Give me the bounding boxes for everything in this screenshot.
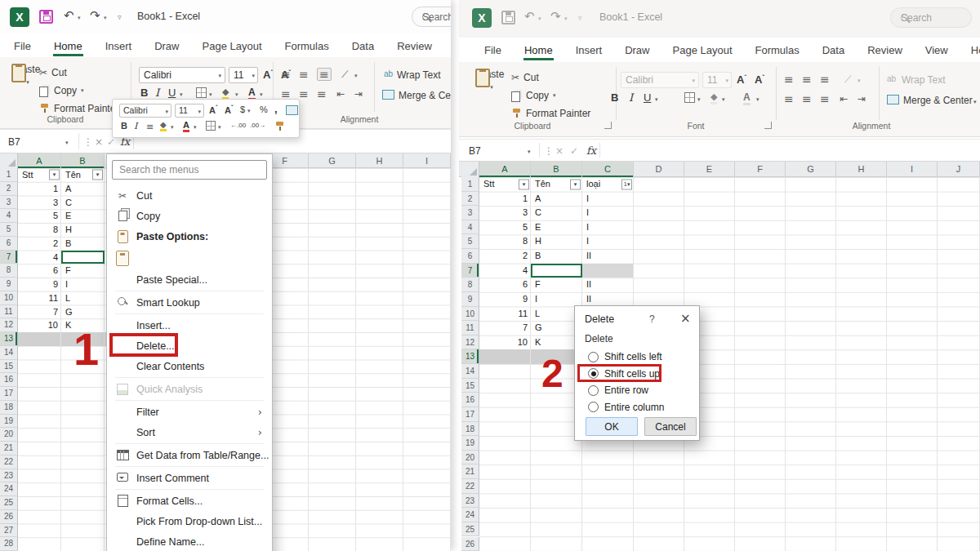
row-header-20[interactable]: 20: [461, 451, 479, 465]
format-painter-button[interactable]: Format Painter: [39, 103, 118, 114]
row-header-3[interactable]: 3: [0, 196, 18, 210]
tab-page-layout[interactable]: Page Layout: [202, 36, 263, 56]
cell-ten[interactable]: A: [531, 192, 582, 207]
row-header-13[interactable]: 13: [0, 332, 18, 346]
row-header-21[interactable]: 21: [461, 464, 479, 479]
menu-item-paste-option[interactable]: [107, 247, 272, 269]
cell-stt[interactable]: 1: [479, 192, 531, 207]
dialog-option-entire-column[interactable]: Entire column: [588, 399, 694, 416]
menu-item-sort[interactable]: Sort›: [107, 422, 272, 442]
copy-button[interactable]: Copy▾: [39, 85, 84, 96]
tab-file[interactable]: File: [483, 40, 502, 60]
accounting-format-icon[interactable]: $: [240, 104, 245, 114]
cell-loai[interactable]: I: [582, 234, 634, 249]
mini-font-name-select[interactable]: Calibri ▾: [119, 104, 172, 118]
paste-dropdown-icon[interactable]: ▾: [490, 84, 493, 91]
column-header-G[interactable]: G: [309, 153, 356, 168]
cell-stt[interactable]: 7: [18, 305, 61, 319]
decrease-indent-icon[interactable]: ⇤: [336, 88, 345, 100]
cell-stt[interactable]: 9: [18, 278, 61, 291]
mini-merge-icon[interactable]: [286, 105, 298, 115]
merge-center-label[interactable]: Merge & Center: [903, 95, 973, 106]
tab-review[interactable]: Review: [866, 40, 903, 60]
row-header-7[interactable]: 7: [461, 264, 479, 278]
decrease-decimal-icon[interactable]: ←.00: [230, 122, 246, 129]
tab-formulas[interactable]: Formulas: [284, 36, 330, 56]
align-left-icon[interactable]: ≡: [784, 93, 794, 104]
row-header-13[interactable]: 13: [461, 349, 479, 364]
menu-item-pick-from-drop-down-list[interactable]: Pick From Drop-down List...: [107, 511, 272, 531]
row-header-7[interactable]: 7: [0, 251, 18, 264]
row-header-2[interactable]: 2: [461, 192, 479, 207]
font-size-select[interactable]: 11▾: [229, 67, 258, 83]
mini-font-color-icon[interactable]: A: [183, 120, 189, 130]
font-name-select[interactable]: Calibri▾: [139, 67, 225, 83]
fill-color-icon[interactable]: ◆: [710, 91, 717, 102]
cell-loai[interactable]: I: [582, 192, 634, 207]
row-header-22[interactable]: 22: [461, 479, 479, 494]
bold-icon[interactable]: B: [611, 91, 618, 104]
cell-stt[interactable]: 2: [18, 237, 61, 251]
grow-font-icon[interactable]: Aˆ: [263, 69, 273, 81]
cell-ten[interactable]: F: [531, 278, 582, 292]
cell-B1[interactable]: Tên▾: [61, 168, 105, 182]
cell-stt[interactable]: 9: [479, 292, 531, 307]
align-left-icon[interactable]: ≡: [281, 88, 291, 100]
column-header-A[interactable]: A: [18, 153, 61, 168]
mini-borders-dropdown-icon[interactable]: ▾: [218, 124, 221, 131]
row-header-15[interactable]: 15: [0, 360, 18, 374]
cell-ten[interactable]: C: [61, 196, 105, 210]
cell-stt[interactable]: 8: [18, 223, 61, 237]
row-header-3[interactable]: 3: [461, 206, 479, 220]
font-color-icon[interactable]: A: [248, 87, 256, 98]
italic-icon[interactable]: I: [629, 91, 633, 104]
cell-stt[interactable]: 11: [18, 291, 61, 305]
mini-grow-font-icon[interactable]: Aˆ: [209, 104, 217, 115]
menu-item-clear-contents[interactable]: Clear Contents: [107, 356, 272, 376]
row-header-11[interactable]: 11: [0, 305, 18, 319]
mini-align-icon[interactable]: ≡: [146, 122, 154, 133]
menu-item-define-name[interactable]: Define Name...: [107, 531, 272, 551]
column-header-G[interactable]: G: [786, 162, 836, 177]
paste-button[interactable]: Paste ▾: [475, 69, 508, 91]
cancel-button[interactable]: Cancel: [644, 417, 697, 436]
align-center-icon[interactable]: ≡: [299, 88, 309, 100]
row-header-23[interactable]: 23: [0, 469, 18, 483]
tab-draw[interactable]: Draw: [154, 36, 180, 56]
quick-access-chevron-icon[interactable]: ▿: [578, 14, 582, 22]
dialog-option-shift-cells-left[interactable]: Shift cells left: [588, 349, 694, 366]
save-icon[interactable]: [501, 11, 515, 24]
more-options-icon[interactable]: ⋮: [83, 136, 93, 148]
row-header-17[interactable]: 17: [0, 387, 18, 401]
cell-stt[interactable]: 10: [18, 318, 61, 332]
cell-stt[interactable]: 3: [18, 196, 61, 210]
row-header-16[interactable]: 16: [0, 373, 18, 387]
row-header-23[interactable]: 23: [461, 494, 479, 509]
clipboard-dialog-launcher-icon[interactable]: [604, 122, 612, 129]
name-box[interactable]: B7: [8, 136, 20, 148]
tab-draw[interactable]: Draw: [624, 40, 650, 60]
select-all-corner[interactable]: [461, 162, 479, 177]
underline-dropdown-icon[interactable]: ▾: [655, 96, 658, 103]
menu-item-delete[interactable]: Delete...: [107, 335, 272, 356]
column-header-H[interactable]: H: [836, 162, 887, 177]
select-all-corner[interactable]: [0, 153, 18, 168]
cut-button[interactable]: ✂Cut: [511, 72, 539, 83]
stt-filter-button[interactable]: ▾: [519, 179, 529, 189]
row-header-25[interactable]: 25: [461, 522, 479, 537]
cell-stt[interactable]: 3: [479, 206, 531, 220]
underline-dropdown-icon[interactable]: ▾: [180, 91, 183, 98]
font-dialog-launcher-icon[interactable]: [764, 122, 772, 129]
row-header-5[interactable]: 5: [461, 234, 479, 249]
cell-ten[interactable]: B: [61, 237, 105, 251]
mini-italic-icon[interactable]: I: [134, 121, 137, 131]
orientation-icon[interactable]: ⟋: [844, 73, 851, 85]
mini-shrink-font-icon[interactable]: Aˇ: [225, 104, 233, 115]
mini-font-color-dropdown-icon[interactable]: ▾: [194, 124, 197, 131]
ok-button[interactable]: OK: [586, 417, 638, 436]
cell-stt[interactable]: 4: [479, 264, 531, 278]
insert-function-icon[interactable]: fx: [586, 144, 596, 157]
row-header-24[interactable]: 24: [0, 482, 18, 496]
column-header-I[interactable]: I: [887, 162, 938, 177]
more-options-icon[interactable]: ⋮: [544, 145, 554, 157]
